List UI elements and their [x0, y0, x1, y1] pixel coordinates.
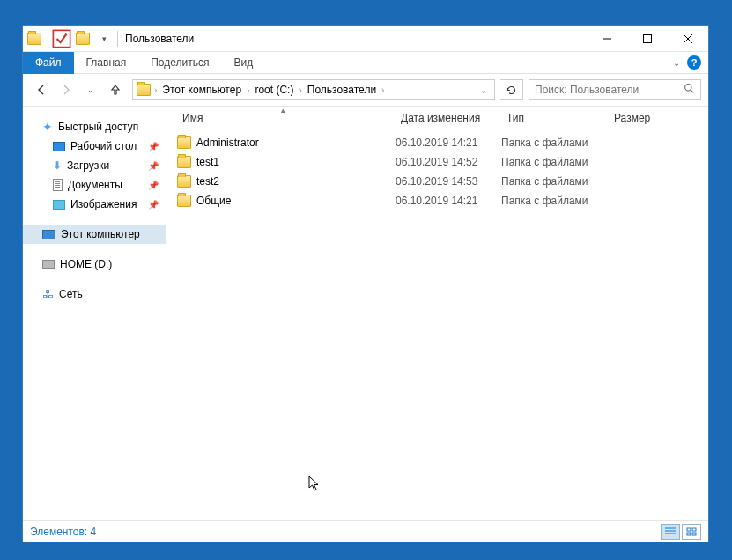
search-box[interactable]	[529, 79, 701, 100]
svg-rect-0	[53, 30, 70, 47]
details-view-button[interactable]	[661, 524, 680, 540]
ribbon: Файл Главная Поделиться Вид ⌄ ?	[23, 52, 708, 74]
chevron-right-icon[interactable]: ›	[245, 85, 251, 95]
file-type: Папка с файлами	[501, 195, 609, 207]
svg-rect-10	[687, 528, 691, 531]
sidebar-item-label: HOME (D:)	[60, 258, 112, 270]
folder-icon	[137, 84, 151, 96]
chevron-right-icon[interactable]: ›	[380, 85, 386, 95]
close-button[interactable]	[668, 26, 708, 51]
window-title: Пользователи	[122, 33, 194, 45]
column-header-name[interactable]: Имя	[177, 112, 396, 124]
sidebar-item-label: Документы	[68, 179, 122, 191]
svg-rect-13	[692, 533, 696, 535]
breadcrumb-users[interactable]: Пользователи	[304, 80, 380, 99]
separator	[117, 31, 118, 47]
folder-icon	[177, 156, 191, 168]
up-button[interactable]	[104, 78, 127, 101]
sidebar-item-thispc[interactable]: Этот компьютер	[23, 225, 166, 244]
tab-share[interactable]: Поделиться	[138, 52, 221, 74]
folder-icon	[177, 195, 191, 207]
breadcrumb-root[interactable]: root (C:)	[251, 80, 297, 99]
column-header-date[interactable]: Дата изменения	[396, 112, 501, 124]
qat-dropdown-icon[interactable]: ▾	[94, 29, 114, 48]
ribbon-expand-icon[interactable]: ⌄	[673, 58, 680, 68]
address-bar[interactable]: › Этот компьютер › root (C:) › Пользоват…	[132, 79, 495, 100]
minimize-button[interactable]	[587, 26, 627, 51]
forward-button[interactable]	[55, 78, 78, 101]
chevron-right-icon[interactable]: ›	[152, 85, 159, 95]
refresh-button[interactable]	[500, 79, 523, 100]
nav-toolbar: ⌄ › Этот компьютер › root (C:) › Пользов…	[23, 74, 708, 106]
tab-file[interactable]: Файл	[23, 52, 74, 74]
recent-dropdown-icon[interactable]: ⌄	[79, 78, 102, 101]
pin-icon: 📌	[148, 142, 159, 151]
file-name: test1	[196, 156, 219, 168]
sidebar-item-downloads[interactable]: ⬇ Загрузки 📌	[23, 156, 166, 175]
address-dropdown-icon[interactable]: ⌄	[475, 85, 492, 95]
star-icon: ✦	[42, 120, 53, 134]
titlebar[interactable]: ▾ Пользователи	[23, 26, 708, 52]
column-header-size[interactable]: Размер	[609, 112, 679, 124]
pin-icon: 📌	[148, 200, 159, 210]
new-folder-icon[interactable]	[73, 29, 92, 48]
sidebar-item-label: Загрузки	[67, 159, 109, 172]
svg-line-6	[691, 90, 693, 92]
content-pane: ▴ Имя Дата изменения Тип Размер Administ…	[166, 107, 708, 520]
sidebar-item-drive[interactable]: HOME (D:)	[23, 254, 166, 274]
table-row[interactable]: Administrator06.10.2019 14:21Папка с фай…	[166, 133, 708, 152]
column-header-type[interactable]: Тип	[501, 112, 609, 124]
tab-home[interactable]: Главная	[74, 52, 139, 74]
table-row[interactable]: Общие06.10.2019 14:21Папка с файлами	[166, 191, 708, 210]
file-date: 06.10.2019 14:21	[396, 195, 501, 207]
desktop-icon	[53, 142, 65, 151]
search-input[interactable]	[535, 84, 684, 96]
sidebar-item-network[interactable]: 🖧 Сеть	[23, 284, 166, 304]
documents-icon	[53, 179, 63, 191]
file-date: 06.10.2019 14:21	[396, 136, 501, 149]
downloads-icon: ⬇	[53, 159, 62, 172]
sidebar-item-pictures[interactable]: Изображения 📌	[23, 195, 166, 214]
separator	[48, 31, 48, 47]
svg-rect-12	[687, 533, 691, 535]
quick-access-toolbar: ▾	[23, 29, 122, 48]
navigation-pane[interactable]: ✦ Быстрый доступ Рабочий стол 📌 ⬇ Загруз…	[23, 107, 166, 520]
search-icon[interactable]	[684, 82, 695, 98]
window-controls	[587, 26, 708, 51]
view-switcher	[661, 524, 701, 540]
file-name: Общие	[196, 195, 231, 207]
back-button[interactable]	[30, 78, 53, 101]
maximize-button[interactable]	[627, 26, 668, 51]
table-row[interactable]: test106.10.2019 14:52Папка с файлами	[166, 152, 708, 172]
file-type: Папка с файлами	[501, 175, 609, 188]
sidebar-item-desktop[interactable]: Рабочий стол 📌	[23, 136, 166, 156]
svg-point-5	[685, 85, 691, 91]
file-name: Administrator	[196, 136, 259, 149]
explorer-window: ▾ Пользователи Файл Главная Поделиться В…	[22, 25, 709, 542]
breadcrumb-thispc[interactable]: Этот компьютер	[159, 80, 245, 99]
computer-icon	[42, 230, 55, 239]
svg-rect-11	[692, 528, 696, 531]
table-row[interactable]: test206.10.2019 14:53Папка с файлами	[166, 172, 708, 191]
window-body: ✦ Быстрый доступ Рабочий стол 📌 ⬇ Загруз…	[23, 106, 708, 520]
file-list[interactable]: Administrator06.10.2019 14:21Папка с фай…	[166, 129, 708, 520]
pin-icon: 📌	[148, 161, 159, 171]
folder-icon	[177, 136, 191, 149]
sort-indicator-icon: ▴	[281, 106, 285, 114]
sidebar-item-quick-access[interactable]: ✦ Быстрый доступ	[23, 117, 166, 136]
chevron-right-icon[interactable]: ›	[297, 85, 303, 95]
large-icons-view-button[interactable]	[682, 524, 701, 540]
pin-icon: 📌	[148, 181, 159, 190]
status-bar: Элементов: 4	[23, 520, 708, 542]
sidebar-item-documents[interactable]: Документы 📌	[23, 175, 166, 195]
file-date: 06.10.2019 14:52	[396, 156, 501, 168]
network-icon: 🖧	[42, 288, 54, 301]
help-icon[interactable]: ?	[687, 55, 701, 70]
app-folder-icon	[25, 29, 44, 48]
sidebar-item-label: Изображения	[70, 198, 137, 210]
tab-view[interactable]: Вид	[221, 52, 265, 74]
pictures-icon	[53, 200, 65, 210]
properties-check-icon[interactable]	[52, 29, 71, 48]
column-headers: ▴ Имя Дата изменения Тип Размер	[166, 107, 708, 129]
svg-rect-2	[644, 34, 652, 42]
